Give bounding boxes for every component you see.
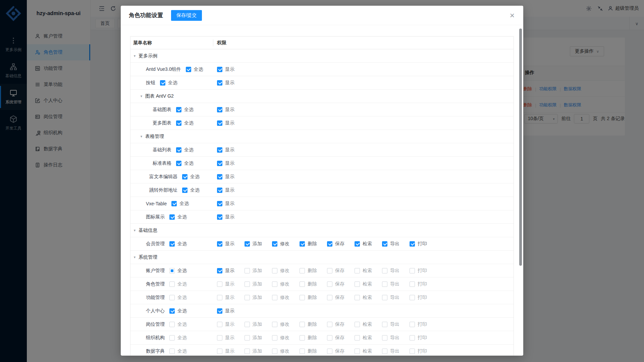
tree-collapse-icon[interactable]: ▼: [133, 256, 137, 259]
perm-会员管理-检索-checkbox[interactable]: [355, 241, 360, 247]
perm-会员管理-添加-checkbox[interactable]: [245, 241, 250, 247]
perm-Antd Vue3.0组件-显示-checkbox[interactable]: [217, 67, 222, 72]
perm-会员管理-修改-checkbox[interactable]: [272, 241, 277, 247]
tree-collapse-icon[interactable]: ▼: [140, 95, 143, 98]
perm-账户管理-保存-checkbox[interactable]: [327, 268, 332, 273]
select-all-Antd Vue3.0组件-checkbox[interactable]: [186, 67, 191, 72]
perm-Vxe-Table-显示-checkbox[interactable]: [217, 201, 222, 206]
perm-账户管理-检索-checkbox[interactable]: [355, 268, 360, 273]
select-all-数据字典-checkbox[interactable]: [169, 349, 175, 354]
select-all-按钮-checkbox[interactable]: [160, 80, 165, 86]
perm-数据字典-导出-checkbox[interactable]: [382, 349, 387, 354]
select-all-账户管理-checkbox[interactable]: [169, 268, 175, 273]
perm-富文本编辑器-显示-checkbox[interactable]: [217, 174, 222, 179]
perm-组织机构-打印-checkbox[interactable]: [410, 335, 415, 341]
perm-个人中心-显示-checkbox[interactable]: [217, 308, 222, 314]
perm-功能管理-保存-checkbox[interactable]: [327, 295, 332, 300]
select-all-标准表格-checkbox[interactable]: [176, 161, 181, 166]
modal-scrollbar-thumb[interactable]: [519, 29, 522, 266]
perm-图标展示-显示-checkbox[interactable]: [217, 214, 222, 220]
perm-角色管理-打印-checkbox[interactable]: [410, 281, 415, 287]
tree-collapse-icon[interactable]: ▼: [133, 229, 137, 232]
perm-功能管理-修改-checkbox[interactable]: [272, 295, 277, 300]
perm-账户管理-打印-checkbox[interactable]: [410, 268, 415, 273]
perm-角色管理-修改-checkbox[interactable]: [272, 281, 277, 287]
close-icon[interactable]: ✕: [508, 11, 517, 20]
perm-数据字典-修改-checkbox[interactable]: [272, 349, 277, 354]
select-all-组织机构-checkbox[interactable]: [169, 335, 175, 341]
perm-功能管理-打印-checkbox[interactable]: [410, 295, 415, 300]
perm-账户管理-修改-checkbox[interactable]: [272, 268, 277, 273]
select-all-基础图表-checkbox[interactable]: [176, 107, 181, 112]
perm-数据字典-保存-checkbox[interactable]: [327, 349, 332, 354]
save-submit-button[interactable]: 保存/提交: [171, 10, 202, 21]
perm-组织机构-修改-checkbox[interactable]: [272, 335, 277, 341]
perm-显示: 显示: [217, 295, 234, 301]
perm-功能管理-删除-checkbox[interactable]: [300, 295, 305, 300]
perm-角色管理-保存-checkbox[interactable]: [327, 281, 332, 287]
perm-角色管理-删除-checkbox[interactable]: [300, 281, 305, 287]
tree-collapse-icon[interactable]: ▼: [133, 54, 137, 58]
perm-岗位管理-检索-checkbox[interactable]: [355, 322, 360, 327]
select-all-个人中心-checkbox[interactable]: [169, 308, 175, 314]
perm-功能管理-添加-checkbox[interactable]: [245, 295, 250, 300]
perm-岗位管理-显示-checkbox[interactable]: [217, 322, 222, 327]
perm-角色管理-检索-checkbox[interactable]: [355, 281, 360, 287]
select-all-更多图表-checkbox[interactable]: [176, 120, 181, 126]
menu-row-跳转外部地址: 跳转外部地址全选显示: [130, 184, 514, 197]
perm-基础图表-显示-checkbox[interactable]: [217, 107, 222, 112]
perm-会员管理-打印-checkbox[interactable]: [410, 241, 415, 247]
perm-基础列表-显示-checkbox[interactable]: [217, 147, 222, 153]
perm-检索: 检索: [355, 321, 372, 327]
permissions-cell: 显示: [213, 214, 514, 220]
perm-角色管理-导出-checkbox[interactable]: [382, 281, 387, 287]
perm-组织机构-检索-checkbox[interactable]: [355, 335, 360, 341]
select-all-会员管理-checkbox[interactable]: [169, 241, 175, 247]
perm-跳转外部地址-显示-checkbox[interactable]: [217, 188, 222, 193]
select-all-图标展示-checkbox[interactable]: [169, 214, 175, 220]
perm-岗位管理-删除-checkbox[interactable]: [300, 322, 305, 327]
select-all-Vxe-Table-checkbox[interactable]: [171, 201, 177, 206]
perm-会员管理-保存-checkbox[interactable]: [327, 241, 332, 247]
select-all-功能管理-label: 全选: [177, 295, 187, 301]
perm-组织机构-保存-checkbox[interactable]: [327, 335, 332, 341]
tree-collapse-icon[interactable]: ▼: [140, 135, 143, 138]
select-all-岗位管理-checkbox[interactable]: [169, 322, 175, 327]
perm-组织机构-删除-checkbox[interactable]: [300, 335, 305, 341]
select-all-角色管理-checkbox[interactable]: [169, 281, 175, 287]
perm-会员管理-导出-checkbox[interactable]: [382, 241, 387, 247]
perm-账户管理-显示-checkbox[interactable]: [217, 268, 222, 273]
perm-岗位管理-添加-checkbox[interactable]: [245, 322, 250, 327]
select-all-功能管理-checkbox[interactable]: [169, 295, 175, 300]
perm-岗位管理-修改-checkbox[interactable]: [272, 322, 277, 327]
perm-数据字典-检索-checkbox[interactable]: [355, 349, 360, 354]
perm-数据字典-添加-checkbox[interactable]: [245, 349, 250, 354]
perm-角色管理-显示-checkbox[interactable]: [217, 281, 222, 287]
group-row-系统管理: ▼系统管理: [130, 251, 514, 264]
select-all-富文本编辑器-checkbox[interactable]: [182, 174, 187, 179]
perm-标准表格-显示-checkbox[interactable]: [217, 161, 222, 166]
perm-组织机构-导出-checkbox[interactable]: [382, 335, 387, 341]
perm-更多图表-显示-checkbox[interactable]: [217, 120, 222, 126]
perm-会员管理-删除-checkbox[interactable]: [300, 241, 305, 247]
perm-岗位管理-导出-checkbox[interactable]: [382, 322, 387, 327]
perm-账户管理-删除-checkbox[interactable]: [300, 268, 305, 273]
perm-组织机构-显示-checkbox[interactable]: [217, 335, 222, 341]
perm-功能管理-显示-checkbox[interactable]: [217, 295, 222, 300]
select-all-跳转外部地址-checkbox[interactable]: [182, 188, 187, 193]
perm-岗位管理-保存-checkbox[interactable]: [327, 322, 332, 327]
perm-按钮-显示-checkbox[interactable]: [217, 80, 222, 86]
perm-账户管理-导出-checkbox[interactable]: [382, 268, 387, 273]
perm-岗位管理-打印-checkbox[interactable]: [410, 322, 415, 327]
perm-账户管理-添加-checkbox[interactable]: [245, 268, 250, 273]
perm-组织机构-添加-checkbox[interactable]: [245, 335, 250, 341]
perm-数据字典-打印-checkbox[interactable]: [410, 349, 415, 354]
perm-Vxe-Table-显示-label: 显示: [225, 201, 234, 207]
perm-会员管理-显示-checkbox[interactable]: [217, 241, 222, 247]
perm-角色管理-添加-checkbox[interactable]: [245, 281, 250, 287]
perm-功能管理-检索-checkbox[interactable]: [355, 295, 360, 300]
perm-数据字典-删除-checkbox[interactable]: [300, 349, 305, 354]
select-all-基础列表-checkbox[interactable]: [176, 147, 181, 153]
perm-数据字典-显示-checkbox[interactable]: [217, 349, 222, 354]
perm-功能管理-导出-checkbox[interactable]: [382, 295, 387, 300]
